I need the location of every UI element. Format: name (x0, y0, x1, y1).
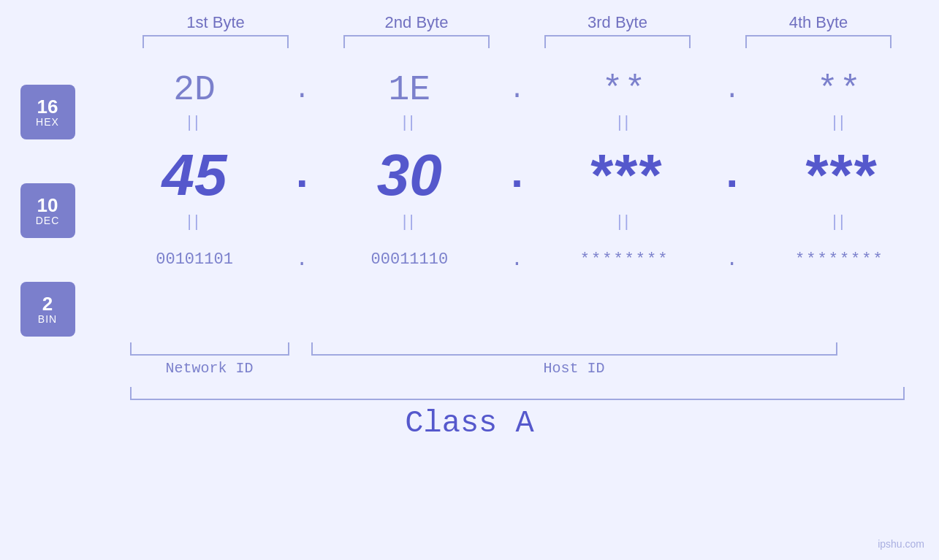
byte-header-2: 2nd Byte (336, 13, 497, 32)
bracket-host (311, 342, 837, 356)
dec-cell-2: 30 (336, 142, 482, 209)
values-grid: 2D . 1E . ** . ** (95, 63, 939, 337)
eq2-4: || (767, 212, 913, 231)
hex-badge-label: HEX (36, 116, 59, 128)
hex-cell-3: ** (552, 70, 698, 110)
main-content: 16 HEX 10 DEC 2 BIN 2D . (0, 63, 939, 337)
bracket-top-3 (544, 35, 691, 48)
bin-val-2: 00011110 (371, 250, 449, 269)
class-label: Class A (405, 406, 533, 441)
network-id-label: Network ID (165, 360, 253, 377)
equals-sign-3: || (617, 112, 631, 131)
equals-row-1: || || || || (95, 112, 939, 131)
dec-row: 45 . 30 . *** . *** (95, 142, 939, 209)
equals-sign-1: || (187, 112, 201, 131)
dec-dot-3: . (721, 150, 743, 200)
dec-cell-3: *** (552, 142, 698, 209)
hex-val-2: 1E (389, 70, 431, 110)
bin-badge: 2 BIN (20, 282, 75, 337)
equals-sign-2: || (403, 112, 417, 131)
bin-val-4: ******** (795, 250, 884, 269)
hex-dot-1: . (291, 75, 313, 105)
byte-header-3: 3rd Byte (537, 13, 698, 32)
hex-cell-4: ** (767, 70, 913, 110)
bin-cell-2: 00011110 (336, 250, 482, 269)
hex-val-1: 2D (173, 70, 216, 110)
bin-cell-3: ******** (552, 250, 698, 269)
equals-row-2: || || || || (95, 212, 939, 231)
bin-cell-1: 00101101 (121, 250, 267, 269)
bin-val-3: ******** (580, 250, 669, 269)
dec-val-2: 30 (377, 142, 442, 209)
dec-badge: 10 DEC (20, 183, 75, 238)
hex-cell-1: 2D (121, 70, 267, 110)
eq2-3: || (552, 212, 698, 231)
bracket-top-2 (343, 35, 490, 48)
watermark: ipshu.com (878, 538, 924, 550)
dec-badge-label: DEC (36, 215, 60, 226)
bin-badge-label: BIN (38, 313, 57, 325)
equals-sign2-2: || (403, 212, 417, 231)
equals-sign2-1: || (187, 212, 201, 231)
bin-badge-number: 2 (42, 294, 53, 313)
dec-badge-number: 10 (37, 196, 58, 215)
bin-dot-2: . (506, 248, 528, 271)
hex-dot-2: . (506, 75, 528, 105)
equals-sign2-4: || (832, 212, 846, 231)
bracket-top-4 (745, 35, 892, 48)
byte-header-4: 4th Byte (738, 13, 899, 32)
eq2-2: || (336, 212, 482, 231)
top-brackets (115, 35, 919, 48)
hex-val-3: ** (602, 70, 647, 110)
dec-dot-2: . (506, 150, 528, 200)
bin-cell-4: ******** (767, 250, 913, 269)
hex-badge-number: 16 (37, 97, 58, 116)
main-container: 1st Byte 2nd Byte 3rd Byte 4th Byte 16 H… (0, 0, 939, 560)
bin-row: 00101101 . 00011110 . ******** . (95, 248, 939, 271)
eq-4: || (767, 112, 913, 131)
bin-dot-3: . (721, 248, 743, 271)
bracket-top-1 (142, 35, 289, 48)
byte-headers: 1st Byte 2nd Byte 3rd Byte 4th Byte (115, 13, 919, 32)
hex-cell-2: 1E (336, 70, 482, 110)
host-bracket-group: Host ID (311, 342, 837, 377)
hex-row: 2D . 1E . ** . ** (95, 70, 939, 110)
eq-1: || (121, 112, 267, 131)
eq-2: || (336, 112, 482, 131)
hex-badge: 16 HEX (20, 85, 75, 139)
hex-dot-3: . (721, 75, 743, 105)
bin-val-1: 00101101 (156, 250, 233, 269)
badges-column: 16 HEX 10 DEC 2 BIN (0, 63, 95, 337)
network-bracket-group: Network ID (130, 342, 289, 377)
dec-cell-1: 45 (121, 142, 267, 209)
dec-val-1: 45 (162, 142, 227, 209)
dec-val-4: *** (803, 142, 875, 209)
bin-dot-1: . (291, 248, 313, 271)
dec-dot-1: . (291, 150, 313, 200)
dec-cell-4: *** (767, 142, 913, 209)
equals-sign2-3: || (617, 212, 631, 231)
bottom-full-bracket (130, 387, 905, 400)
host-id-label: Host ID (543, 360, 604, 377)
eq-3: || (552, 112, 698, 131)
eq2-1: || (121, 212, 267, 231)
dec-val-3: *** (588, 142, 661, 209)
bottom-id-brackets: Network ID Host ID (130, 342, 905, 377)
byte-header-1: 1st Byte (135, 13, 296, 32)
hex-val-4: ** (817, 70, 862, 110)
bracket-network (130, 342, 289, 356)
equals-sign-4: || (832, 112, 846, 131)
